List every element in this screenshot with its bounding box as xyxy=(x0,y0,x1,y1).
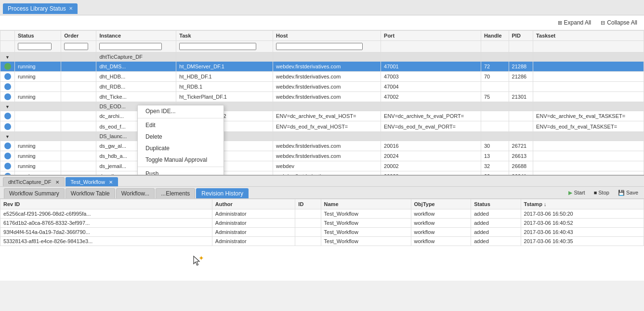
context-menu-open-ide[interactable]: Open IDE... xyxy=(138,105,223,117)
table-row[interactable]: running ds_jemail... s_jemail_a.1 webdev… xyxy=(0,161,644,171)
collapse-icon: ▼ xyxy=(5,55,10,60)
context-menu-toggle-approval-label: Toggle Manual Approval xyxy=(145,156,207,163)
col-name: Name xyxy=(321,199,411,209)
status-icon xyxy=(4,113,11,119)
top-toolbar: ⊞ Expand All ⊟ Collapse All xyxy=(0,15,644,30)
table-row[interactable]: dc_archi... c_archive_fx_eval.2 ENV=dc_a… xyxy=(0,111,644,121)
tab-test-workflow[interactable]: Test_Workflow ✕ xyxy=(66,177,118,186)
table-row[interactable]: ▼ DS_EOD... xyxy=(0,102,644,111)
stop-button[interactable]: ■ Stop xyxy=(592,189,611,196)
status-icon xyxy=(4,163,11,169)
col-header-instance: Instance xyxy=(96,31,176,41)
table-row[interactable]: running ds_rdb_a... r_rdb_alert_a.1 webd… xyxy=(0,171,644,175)
col-header-port: Port xyxy=(381,31,481,41)
table-row[interactable]: running ds_gw_al... s_gw_alert_a.1 webde… xyxy=(0,141,644,151)
context-menu-delete-label: Delete xyxy=(145,133,162,140)
context-menu-duplicate[interactable]: Duplicate xyxy=(138,143,223,154)
context-menu-toggle-approval[interactable]: Toggle Manual Approval xyxy=(138,154,223,166)
context-menu-divider-2 xyxy=(138,167,223,167)
tab-workflow-elements-label: ...Elements xyxy=(161,190,190,197)
start-icon: ▶ xyxy=(568,190,572,196)
save-button[interactable]: 💾 Save xyxy=(616,189,640,197)
col-objtype: ObjType xyxy=(411,199,471,209)
stop-label: Stop xyxy=(598,190,609,195)
revision-header-row: Rev ID Author ID Name ObjType Status Tst… xyxy=(0,199,644,209)
col-header-status-text: Status xyxy=(15,31,61,41)
revision-row[interactable]: 6176d1b2-a0ca-8765-8332-3ef997... Admini… xyxy=(0,219,644,228)
context-menu-open-ide-label: Open IDE... xyxy=(145,108,176,115)
filter-task[interactable] xyxy=(179,43,256,50)
tab-workflow-elements[interactable]: ...Elements xyxy=(156,188,195,198)
status-icon xyxy=(4,143,11,149)
process-table-area: Status Order Instance Task Host Port Han… xyxy=(0,30,644,175)
collapse-all-label: Collapse All xyxy=(607,19,637,26)
col-id: ID xyxy=(295,199,321,209)
col-header-task: Task xyxy=(176,31,273,41)
filter-host[interactable] xyxy=(276,43,363,50)
close-test-workflow-icon[interactable]: ✕ xyxy=(109,180,113,185)
close-dhtticicapture-icon[interactable]: ✕ xyxy=(55,180,59,185)
context-menu-delete[interactable]: Delete xyxy=(138,131,223,143)
col-tstamp: Tstamp ↓ xyxy=(521,199,644,209)
start-label: Start xyxy=(574,190,585,195)
tab-workflow-table[interactable]: Workflow Table xyxy=(66,188,115,198)
revision-table-area: Rev ID Author ID Name ObjType Status Tst… xyxy=(0,199,644,281)
status-icon xyxy=(4,73,11,80)
top-tab-bar: Process Library Status ✕ xyxy=(0,0,644,15)
filter-order[interactable] xyxy=(64,43,88,50)
col-author: Author xyxy=(212,199,295,209)
table-row[interactable]: ▼ dhtTicCapture_DF xyxy=(0,52,644,62)
status-icon xyxy=(4,173,11,175)
col-header-status xyxy=(0,31,15,41)
workflow-tab-bar: Workflow Summary Workflow Table Workflow… xyxy=(4,188,249,198)
tab-workflow-table-label: Workflow Table xyxy=(71,190,110,197)
filter-row xyxy=(0,41,644,52)
revision-row[interactable]: 53328143-af81-e4ce-826e-98413e3... Admin… xyxy=(0,237,644,246)
context-menu-divider-1 xyxy=(138,118,223,118)
tab-workflow-3[interactable]: Workflow... xyxy=(116,188,155,198)
process-library-tab[interactable]: Process Library Status ✕ xyxy=(3,3,78,14)
table-row[interactable]: running dht_HDB... ht_HDB_DF.1 webdev.fi… xyxy=(0,72,644,82)
revision-row[interactable]: e5256caf-f291-2906-08d2-c6f995fa... Admi… xyxy=(0,209,644,219)
context-menu-edit-label: Edit xyxy=(145,122,156,129)
table-row[interactable]: running dht_DMS... ht_DMServer_DF.1 webd… xyxy=(0,62,644,72)
tab-workflow-summary[interactable]: Workflow Summary xyxy=(4,188,65,198)
col-header-pid: PID xyxy=(509,31,533,41)
process-library-tab-label: Process Library Status xyxy=(8,5,66,12)
table-row[interactable]: running ds_hdb_a... s_hdb_alert_a.1 webd… xyxy=(0,151,644,161)
table-row[interactable]: running dht_Ticke... ht_TickerPlant_DF.1… xyxy=(0,92,644,102)
collapse-icon: ▼ xyxy=(5,134,10,139)
app-container: Process Library Status ✕ ⊞ Expand All ⊟ … xyxy=(0,0,644,311)
context-menu-push[interactable]: Push xyxy=(138,168,223,175)
main-content: ⊞ Expand All ⊟ Collapse All Status Order… xyxy=(0,15,644,311)
col-header-order: Order xyxy=(61,31,96,41)
filter-status[interactable] xyxy=(18,43,52,50)
table-row[interactable]: ▼ DS_launc... xyxy=(0,131,644,141)
process-table: Status Order Instance Task Host Port Han… xyxy=(0,30,644,175)
bottom-panel: dhtTicCapture_DF ✕ Test_Workflow ✕ Workf… xyxy=(0,175,644,281)
revision-table: Rev ID Author ID Name ObjType Status Tst… xyxy=(0,199,644,246)
tab-revision-history[interactable]: Revision History xyxy=(196,188,249,198)
bottom-instance-tab-bar: dhtTicCapture_DF ✕ Test_Workflow ✕ xyxy=(0,176,644,187)
context-menu-edit[interactable]: Edit xyxy=(138,119,223,131)
collapse-all-button[interactable]: ⊟ Collapse All xyxy=(599,18,639,27)
status-icon xyxy=(4,63,11,70)
context-menu: Open IDE... Edit Delete Duplicate Toggle… xyxy=(137,105,224,175)
context-menu-push-label: Push xyxy=(145,170,158,175)
revision-row[interactable]: 93f4d4f4-514a-0a19-7da2-366f790... Admin… xyxy=(0,228,644,237)
table-header-row: Status Order Instance Task Host Port Han… xyxy=(0,31,644,41)
status-icon xyxy=(4,83,11,90)
table-row[interactable]: ds_eod_f... s_eod_fx_eval.1 ENV=ds_eod_f… xyxy=(0,121,644,131)
tab-dhtticicapture-label: dhtTicCapture_DF xyxy=(8,179,51,185)
expand-all-button[interactable]: ⊞ Expand All xyxy=(556,18,593,27)
close-tab-icon[interactable]: ✕ xyxy=(69,6,73,11)
context-menu-duplicate-label: Duplicate xyxy=(145,145,170,152)
table-row[interactable]: dht_RDB... ht_RDB.1 webdev.firstderivati… xyxy=(0,82,644,92)
tab-dhtticicapture[interactable]: dhtTicCapture_DF ✕ xyxy=(3,177,65,186)
start-button[interactable]: ▶ Start xyxy=(566,189,587,197)
filter-instance[interactable] xyxy=(99,43,162,50)
tab-revision-history-label: Revision History xyxy=(201,190,243,197)
workflow-toolbar: ▶ Start ■ Stop 💾 Save xyxy=(566,189,640,198)
collapse-all-icon: ⊟ xyxy=(601,20,605,26)
col-rev-id: Rev ID xyxy=(0,199,212,209)
